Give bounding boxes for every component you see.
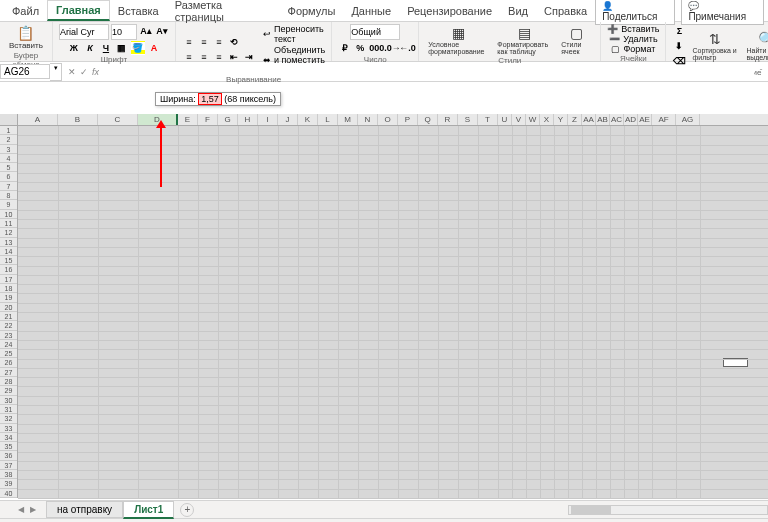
row-header-37[interactable]: 37 <box>0 461 17 470</box>
row-header-22[interactable]: 22 <box>0 321 17 330</box>
paste-button[interactable]: 📋 Вставить <box>6 24 46 51</box>
column-header-P[interactable]: P <box>398 114 418 125</box>
column-header-H[interactable]: H <box>238 114 258 125</box>
column-header-U[interactable]: U <box>498 114 512 125</box>
column-header-E[interactable]: E <box>178 114 198 125</box>
tab-view[interactable]: Вид <box>500 2 536 20</box>
wrap-text-button[interactable]: ↩Переносить текст <box>263 24 325 44</box>
orientation-icon[interactable]: ⟲ <box>227 35 241 49</box>
tab-insert[interactable]: Вставка <box>110 2 167 20</box>
align-top-icon[interactable]: ≡ <box>182 35 196 49</box>
row-header-34[interactable]: 34 <box>0 433 17 442</box>
tab-home[interactable]: Главная <box>47 0 110 21</box>
conditional-formatting-button[interactable]: ▦Условное форматирование <box>425 24 491 56</box>
sheet-tab-1[interactable]: на отправку <box>46 501 123 518</box>
row-header-27[interactable]: 27 <box>0 368 17 377</box>
column-header-L[interactable]: L <box>318 114 338 125</box>
font-size-select[interactable] <box>111 24 137 40</box>
row-header-31[interactable]: 31 <box>0 405 17 414</box>
row-header-23[interactable]: 23 <box>0 331 17 340</box>
spreadsheet-grid[interactable]: ABCDEFGHIJKLMNOPQRSTUVWXYZAAABACADAEAFAG… <box>0 114 768 500</box>
fill-color-button[interactable]: 🪣 <box>131 41 145 55</box>
horizontal-scrollbar[interactable] <box>568 505 768 515</box>
row-header-18[interactable]: 18 <box>0 284 17 293</box>
decrease-font-icon[interactable]: A▾ <box>155 24 169 38</box>
column-header-R[interactable]: R <box>438 114 458 125</box>
row-header-29[interactable]: 29 <box>0 386 17 395</box>
indent-dec-icon[interactable]: ⇤ <box>227 50 241 64</box>
row-header-35[interactable]: 35 <box>0 442 17 451</box>
tab-formulas[interactable]: Формулы <box>280 2 344 20</box>
column-header-I[interactable]: I <box>258 114 278 125</box>
column-header-AE[interactable]: AE <box>638 114 652 125</box>
fx-icon[interactable]: fx <box>92 67 99 77</box>
row-header-28[interactable]: 28 <box>0 377 17 386</box>
row-header-33[interactable]: 33 <box>0 424 17 433</box>
underline-button[interactable]: Ч <box>99 41 113 55</box>
column-header-AD[interactable]: AD <box>624 114 638 125</box>
cell-styles-button[interactable]: ▢Стили ячеек <box>558 24 594 56</box>
align-center-icon[interactable]: ≡ <box>197 50 211 64</box>
sheet-tab-2[interactable]: Лист1 <box>123 501 174 519</box>
name-box[interactable] <box>0 64 50 79</box>
comma-icon[interactable]: 000 <box>368 41 382 55</box>
tab-data[interactable]: Данные <box>343 2 399 20</box>
column-header-J[interactable]: J <box>278 114 298 125</box>
cancel-icon[interactable]: ✕ <box>68 67 76 77</box>
row-header-32[interactable]: 32 <box>0 414 17 423</box>
number-format-select[interactable] <box>350 24 400 40</box>
indent-inc-icon[interactable]: ⇥ <box>242 50 256 64</box>
column-header-X[interactable]: X <box>540 114 554 125</box>
column-header-V[interactable]: V <box>512 114 526 125</box>
share-button[interactable]: Поделиться <box>595 0 675 25</box>
inc-decimal-icon[interactable]: .0→ <box>383 41 397 55</box>
align-mid-icon[interactable]: ≡ <box>197 35 211 49</box>
tab-file[interactable]: Файл <box>4 2 47 20</box>
find-select-button[interactable]: 🔍Найти и выделить <box>743 30 768 62</box>
comments-button[interactable]: Примечания <box>681 0 764 25</box>
column-header-B[interactable]: B <box>58 114 98 125</box>
column-header-A[interactable]: A <box>18 114 58 125</box>
tab-help[interactable]: Справка <box>536 2 595 20</box>
column-header-S[interactable]: S <box>458 114 478 125</box>
autosum-icon[interactable]: Σ <box>672 24 686 38</box>
cells-area[interactable] <box>18 126 768 498</box>
column-header-Z[interactable]: Z <box>568 114 582 125</box>
row-header-26[interactable]: 26 <box>0 358 17 367</box>
column-header-K[interactable]: K <box>298 114 318 125</box>
align-left-icon[interactable]: ≡ <box>182 50 196 64</box>
tab-review[interactable]: Рецензирование <box>399 2 500 20</box>
row-header-24[interactable]: 24 <box>0 340 17 349</box>
row-header-20[interactable]: 20 <box>0 303 17 312</box>
row-header-9[interactable]: 9 <box>0 200 17 209</box>
column-header-W[interactable]: W <box>526 114 540 125</box>
sheet-nav-prev-icon[interactable]: ◀ <box>18 505 24 514</box>
column-header-Q[interactable]: Q <box>418 114 438 125</box>
align-bot-icon[interactable]: ≡ <box>212 35 226 49</box>
row-header-39[interactable]: 39 <box>0 479 17 488</box>
column-header-O[interactable]: O <box>378 114 398 125</box>
column-header-T[interactable]: T <box>478 114 498 125</box>
column-header-AG[interactable]: AG <box>676 114 700 125</box>
add-sheet-button[interactable]: + <box>180 503 194 517</box>
format-table-button[interactable]: ▤Форматировать как таблицу <box>494 24 555 56</box>
row-header-10[interactable]: 10 <box>0 210 17 219</box>
border-button[interactable]: ▦ <box>115 41 129 55</box>
increase-font-icon[interactable]: A▴ <box>139 24 153 38</box>
column-header-AC[interactable]: AC <box>610 114 624 125</box>
dec-decimal-icon[interactable]: ←.0 <box>398 41 412 55</box>
row-header-1[interactable]: 1 <box>0 126 17 135</box>
row-header-6[interactable]: 6 <box>0 172 17 181</box>
row-header-2[interactable]: 2 <box>0 135 17 144</box>
row-header-13[interactable]: 13 <box>0 238 17 247</box>
row-header-8[interactable]: 8 <box>0 191 17 200</box>
row-header-30[interactable]: 30 <box>0 396 17 405</box>
column-header-AA[interactable]: AA <box>582 114 596 125</box>
column-header-N[interactable]: N <box>358 114 378 125</box>
font-color-button[interactable]: A <box>147 41 161 55</box>
bold-button[interactable]: Ж <box>67 41 81 55</box>
sheet-nav-next-icon[interactable]: ▶ <box>30 505 36 514</box>
percent-icon[interactable]: % <box>353 41 367 55</box>
row-header-14[interactable]: 14 <box>0 247 17 256</box>
column-header-C[interactable]: C <box>98 114 138 125</box>
